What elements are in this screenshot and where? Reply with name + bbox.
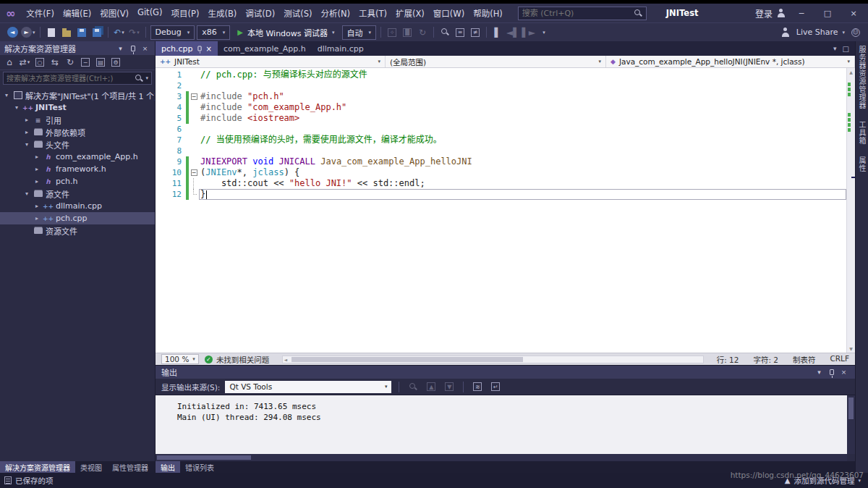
find-message-icon[interactable] [407, 379, 420, 394]
home-icon[interactable]: ⌂ [3, 55, 16, 70]
feedback-icon[interactable]: ☺ [849, 25, 862, 40]
tree-item[interactable]: ▸++pch.cpp [0, 212, 155, 224]
tree-item[interactable]: ▾头文件 [0, 138, 155, 151]
solution-configuration-dropdown[interactable]: Debug▾ [150, 25, 195, 40]
expander-icon[interactable]: ▾ [13, 104, 20, 111]
menu-item[interactable]: 调试(D) [241, 6, 279, 20]
save-all-icon[interactable] [90, 25, 103, 40]
switch-views-icon[interactable]: ⇄▾ [18, 55, 31, 70]
previous-bookmark-icon[interactable]: ◄▌ [506, 25, 519, 40]
document-tab[interactable]: com_example_App.h [218, 41, 312, 56]
menu-item[interactable]: 测试(S) [279, 6, 316, 20]
tree-item[interactable]: ▸++dllmain.cpp [0, 200, 155, 212]
tree-item[interactable]: 资源文件 [0, 224, 155, 237]
pin-icon[interactable] [197, 46, 201, 51]
navigate-forward-icon[interactable]: ►▾ [21, 25, 35, 40]
bookmark-icon[interactable]: ▌ [491, 25, 504, 40]
pin-icon[interactable] [127, 46, 138, 51]
hot-reload-icon[interactable]: ⟡ [386, 25, 399, 40]
code-line[interactable]: 8 [156, 146, 846, 156]
expander-icon[interactable]: ▾ [3, 92, 10, 98]
comment-selection-icon[interactable]: ≡ [454, 25, 467, 40]
quick-search-input[interactable] [522, 9, 631, 18]
code-line[interactable]: 10−(JNIEnv*, jclass) { [156, 167, 846, 178]
document-tab[interactable]: dllmain.cpp [312, 41, 370, 56]
active-files-chevron-icon[interactable]: ▾ [833, 45, 837, 52]
expander-icon[interactable]: ▾ [23, 141, 30, 148]
attach-mode-dropdown[interactable]: 自动▾ [342, 25, 377, 40]
properties-icon[interactable]: ⚙ [109, 55, 122, 70]
tree-item[interactable]: ▾源文件 [0, 188, 155, 200]
code-line[interactable]: 12} [156, 189, 846, 200]
solution-platform-dropdown[interactable]: x86▾ [197, 25, 230, 40]
tree-item[interactable]: ▾++JNITest [0, 101, 155, 114]
quick-search-box[interactable] [518, 7, 647, 20]
new-project-icon[interactable] [45, 25, 58, 40]
panel-options-chevron-icon[interactable]: ▾ [115, 45, 126, 52]
side-tab[interactable]: 属性 [856, 156, 867, 172]
expander-icon[interactable]: ▸ [23, 129, 30, 135]
code-line[interactable]: 2 [156, 80, 846, 91]
next-message-icon[interactable]: ▼ [443, 379, 456, 394]
code-line[interactable]: 5#include <iostream> [156, 113, 846, 124]
sidebar-tab[interactable]: 类视图 [75, 461, 107, 473]
tree-item[interactable]: ▸hpch.h [0, 175, 155, 188]
show-all-files-icon[interactable]: ▤ [94, 55, 107, 70]
tree-item[interactable]: ▸hcom_example_App.h [0, 151, 155, 163]
menu-item[interactable]: 帮助(H) [469, 6, 507, 20]
eol-indicator[interactable]: CRLF [830, 354, 849, 365]
restart-icon[interactable]: ↻ [416, 25, 429, 40]
clear-all-icon[interactable]: ≋ [471, 379, 484, 394]
redo-icon[interactable]: ↷▾ [128, 25, 141, 40]
expander-icon[interactable]: ▸ [33, 166, 41, 172]
float-window-icon[interactable]: □ [843, 45, 849, 53]
solution-search-input[interactable] [7, 75, 133, 83]
editor-vertical-scrollbar[interactable]: ▲ ▼ [846, 68, 855, 353]
break-all-icon[interactable]: ▐▌ [401, 25, 414, 40]
find-in-files-icon[interactable] [438, 25, 451, 40]
close-icon[interactable]: × [140, 45, 150, 52]
refresh-icon[interactable]: ↻ [64, 55, 77, 70]
indent-indicator[interactable]: 制表符 [793, 354, 816, 365]
code-line[interactable]: 4#include "com_example_App.h" [156, 102, 846, 113]
breadcrumb-member-dropdown[interactable]: ◆ Java_com_example_App_helloJNI(JNIEnv *… [606, 56, 855, 67]
expander-icon[interactable]: ▾ [23, 190, 30, 197]
close-button[interactable]: × [843, 7, 864, 20]
saved-items-status[interactable]: 已保存的项 [4, 475, 54, 486]
output-vertical-scrollbar[interactable] [847, 395, 855, 454]
previous-message-icon[interactable]: ▲ [425, 379, 438, 394]
output-horizontal-scrollbar[interactable] [156, 454, 847, 461]
pending-changes-filter-icon[interactable]: ○ [33, 55, 46, 70]
code-line[interactable]: 7// 当使用预编译的头时，需要使用此源文件，编译才能成功。 [156, 135, 846, 146]
expander-icon[interactable]: ▸ [33, 215, 41, 222]
document-tab[interactable]: pch.cpp× [156, 41, 218, 56]
code-health-indicator[interactable]: ✓ 未找到相关问题 [205, 354, 270, 365]
open-file-icon[interactable] [60, 25, 73, 40]
side-tab[interactable]: 工具箱 [856, 121, 867, 145]
menu-item[interactable]: 窗口(W) [429, 6, 469, 20]
tree-item[interactable]: ▸hframework.h [0, 163, 155, 175]
minimize-button[interactable]: ─ [791, 7, 812, 20]
undo-icon[interactable]: ↶▾ [113, 25, 126, 40]
collapse-all-icon[interactable]: − [79, 55, 92, 70]
zoom-dropdown[interactable]: 100 % ▾ [161, 354, 199, 364]
start-debugging-button[interactable]: ▶ 本地 Windows 调试器 ▾ [232, 25, 339, 40]
breadcrumb-scope-dropdown[interactable]: (全局范围) ▾ [386, 56, 606, 67]
fold-collapse-icon[interactable]: − [191, 169, 197, 176]
scroll-down-icon[interactable]: ▼ [847, 345, 855, 353]
scrollbar-thumb[interactable] [157, 455, 251, 460]
tree-item[interactable]: ▾解决方案"JNITest"(1 个项目/共 1 个) [0, 89, 155, 101]
expander-icon[interactable]: ▸ [33, 178, 41, 185]
menu-item[interactable]: 分析(N) [316, 6, 354, 20]
panel-tab[interactable]: 错误列表 [180, 461, 219, 473]
tree-item[interactable]: ▸外部依赖项 [0, 126, 155, 138]
uncomment-selection-icon[interactable]: ≢ [469, 25, 482, 40]
menu-item[interactable]: 编辑(E) [59, 6, 95, 20]
scroll-up-icon[interactable]: ▲ [847, 68, 855, 76]
live-share-button[interactable]: Live Share [796, 28, 838, 37]
code-line[interactable]: 3−#include "pch.h" [156, 91, 846, 102]
navigate-back-icon[interactable]: ◄ [6, 25, 19, 40]
expander-icon[interactable]: ▸ [33, 153, 41, 160]
tree-item[interactable]: ▸≡引用 [0, 114, 155, 126]
save-icon[interactable] [75, 25, 88, 40]
